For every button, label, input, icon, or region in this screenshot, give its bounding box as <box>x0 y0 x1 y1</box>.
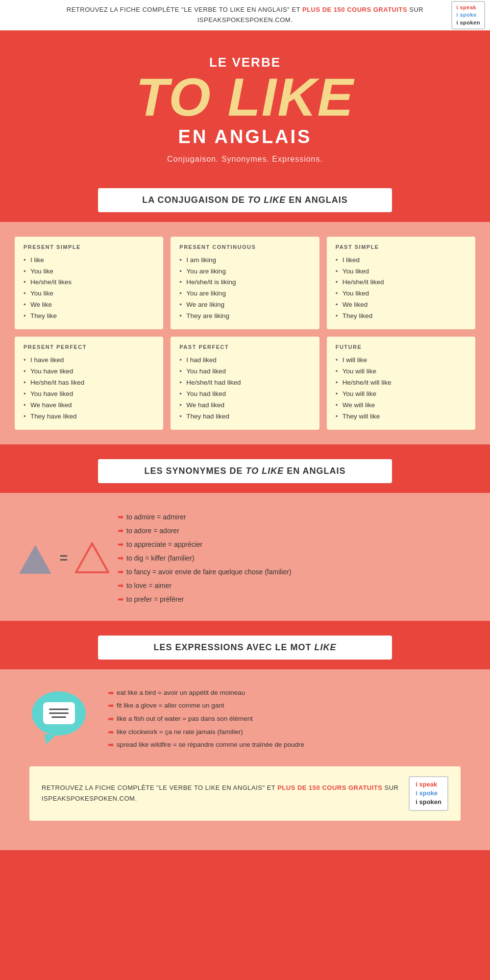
synonym-item: ➡to dig = kiffer (familier) <box>118 551 466 565</box>
syn-text: to love = aimer <box>126 579 172 592</box>
synonym-item: ➡to adore = adorer <box>118 524 466 538</box>
tense-item: You are liking <box>179 266 310 277</box>
exp-text: like a fish out of water = pas dans son … <box>117 712 253 725</box>
tense-item: He/she/it liked <box>336 277 466 288</box>
tense-item: You like <box>24 266 154 277</box>
top-banner: RETROUVEZ LA FICHE COMPLÈTE "LE VERBE TO… <box>0 0 490 30</box>
syn-text: to fancy = avoir envie de faire quelque … <box>126 565 292 579</box>
tense-item: They have liked <box>24 411 154 422</box>
expressions-content: ➡eat like a bird = avoir un appétit de m… <box>15 686 475 752</box>
expressions-title-text: LES EXPRESSIONS AVEC LE MOT LIKE <box>153 642 336 652</box>
tense-item: They will like <box>336 411 466 422</box>
synonym-item: ➡to admire = admirer <box>118 510 466 524</box>
exp-arrow: ➡ <box>108 713 114 726</box>
exp-arrow: ➡ <box>108 739 114 752</box>
expression-item: ➡fit like a glove = aller comme un gant <box>108 699 466 712</box>
tense-item: I have liked <box>24 355 154 366</box>
expression-item: ➡spread like wildfire = se répandre comm… <box>108 738 466 752</box>
divider-synonyms <box>0 444 490 454</box>
tense-item: He/she/it had liked <box>179 377 310 389</box>
tense-item: We are liking <box>179 299 310 311</box>
tense-item: You are liking <box>179 288 310 299</box>
tense-card-future: FUTUREI will likeYou will likeHe/she/it … <box>327 337 475 430</box>
synonym-item: ➡to fancy = avoir envie de faire quelque… <box>118 565 466 579</box>
exp-text: fit like a glove = aller comme un gant <box>117 699 224 712</box>
top-logo: i speak i spoke i spoken <box>451 1 485 29</box>
syn-text: to adore = adorer <box>126 524 179 538</box>
tense-card-present-continuous: PRESENT CONTINUOUSI am likingYou are lik… <box>171 237 319 330</box>
chat-line-2 <box>49 712 69 714</box>
tense-item: You will like <box>336 366 466 377</box>
tense-item: You like <box>24 288 154 299</box>
exp-text: like clockwork = ça ne rate jamais (fami… <box>117 726 243 738</box>
svg-marker-1 <box>76 543 108 572</box>
synonyms-content: = ➡to admire = admirer➡to adore = adorer… <box>15 510 475 606</box>
syn-arrow: ➡ <box>118 579 123 592</box>
tense-item: We will like <box>336 400 466 411</box>
tense-item: We like <box>24 299 154 311</box>
syn-arrow: ➡ <box>118 524 123 538</box>
bottom-logo: i speak i spoke i spoken <box>409 776 448 811</box>
syn-text: to prefer = préférer <box>126 592 184 606</box>
expressions-section-wrap: LES EXPRESSIONS AVEC LE MOT LIKE <box>0 631 490 669</box>
tense-item: I like <box>24 255 154 266</box>
chat-line-1 <box>49 709 69 710</box>
conjugation-area: PRESENT SIMPLEI likeYou likeHe/she/it li… <box>0 222 490 444</box>
tense-item: He/she/it has liked <box>24 377 154 389</box>
exp-arrow: ➡ <box>108 687 114 700</box>
tense-title: PAST PERFECT <box>179 344 310 350</box>
tense-item: I will like <box>336 355 466 366</box>
bottom-text1: RETROUVEZ LA FICHE COMPLÈTE "LE VERBE TO… <box>42 784 277 791</box>
tense-item: They like <box>24 311 154 322</box>
syn-text: to dig = kiffer (familier) <box>126 551 195 565</box>
tense-item: You will like <box>336 389 466 400</box>
bottom-banner-text: RETROUVEZ LA FICHE COMPLÈTE "LE VERBE TO… <box>42 783 399 804</box>
tense-item: They liked <box>336 311 466 322</box>
logo-line2: i spoke <box>456 11 480 19</box>
hero-section: LE VERBE TO LIKE EN ANGLAIS Conjugaison.… <box>0 30 490 183</box>
tense-item: They had liked <box>179 411 310 422</box>
synonyms-icon: = <box>24 542 103 574</box>
tense-item: We liked <box>336 299 466 311</box>
tense-title: PRESENT SIMPLE <box>24 244 154 250</box>
tense-item: You had liked <box>179 366 310 377</box>
tense-item: I am liking <box>179 255 310 266</box>
hero-subtitle-bottom: EN ANGLAIS <box>10 126 480 147</box>
conjugation-section-wrap: LA CONJUGAISON DE TO LIKE EN ANGLAIS <box>0 183 490 222</box>
tense-item: We have liked <box>24 400 154 411</box>
expressions-list: ➡eat like a bird = avoir un appétit de m… <box>108 686 466 752</box>
conjugation-title-text: LA CONJUGAISON DE TO LIKE EN ANGLAIS <box>142 195 347 205</box>
synonym-item: ➡to love = aimer <box>118 579 466 592</box>
syn-arrow: ➡ <box>118 551 123 565</box>
hero-main-title: TO LIKE <box>10 70 480 124</box>
expression-item: ➡like clockwork = ça ne rate jamais (fam… <box>108 726 466 739</box>
synonyms-area: = ➡to admire = admirer➡to adore = adorer… <box>0 493 490 621</box>
tense-item: He/she/it will like <box>336 377 466 389</box>
logo-line1: i speak <box>456 4 480 11</box>
tense-item: You liked <box>336 266 466 277</box>
expressions-area: ➡eat like a bird = avoir un appétit de m… <box>0 669 490 850</box>
tense-item: I liked <box>336 255 466 266</box>
tense-item: You have liked <box>24 389 154 400</box>
exp-arrow: ➡ <box>108 726 114 739</box>
syn-arrow: ➡ <box>118 538 123 551</box>
synonym-item: ➡to appreciate = apprécier <box>118 538 466 551</box>
svg-marker-0 <box>19 545 51 574</box>
exp-arrow: ➡ <box>108 700 114 712</box>
expression-item: ➡like a fish out of water = pas dans son… <box>108 712 466 726</box>
tense-item: He/she/it likes <box>24 277 154 288</box>
chat-inner-icon <box>43 702 75 724</box>
exp-text: eat like a bird = avoir un appétit de mo… <box>117 686 245 699</box>
tense-card-present-simple: PRESENT SIMPLEI likeYou likeHe/she/it li… <box>15 237 163 330</box>
syn-arrow: ➡ <box>118 565 123 579</box>
expressions-icon <box>24 686 93 735</box>
tense-title: PRESENT PERFECT <box>24 344 154 350</box>
equals-icon: = <box>60 550 68 566</box>
chat-bubble-icon <box>32 691 86 735</box>
hero-tagline: Conjugaison. Synonymes. Expressions. <box>10 155 480 164</box>
exp-text: spread like wildfire = se répandre comme… <box>117 738 304 751</box>
bottom-banner: RETROUVEZ LA FICHE COMPLÈTE "LE VERBE TO… <box>29 766 461 821</box>
expressions-title-box: LES EXPRESSIONS AVEC LE MOT LIKE <box>98 636 392 660</box>
logo-line3: i spoken <box>456 19 480 26</box>
synonyms-title-box: LES SYNONYMES DE TO LIKE EN ANGLAIS <box>98 459 392 483</box>
